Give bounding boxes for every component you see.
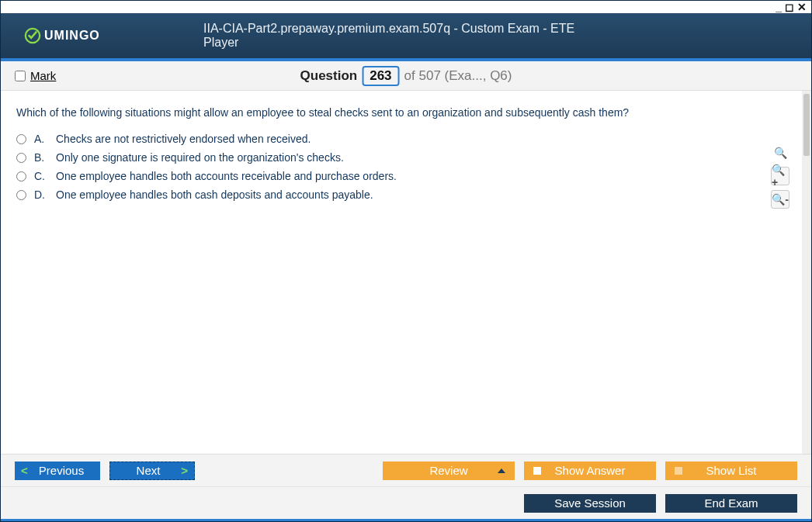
footer-divider [1,519,811,521]
choice-list: A. Checks are not restrictively endorsed… [16,133,796,201]
question-text: Which of the following situations might … [16,106,796,119]
choice-radio[interactable] [16,153,26,163]
mark-checkbox-wrap[interactable]: Mark [15,69,56,82]
review-label: Review [429,464,467,477]
question-label: Question [300,68,358,84]
end-exam-label: End Exam [704,496,758,510]
choice-b[interactable]: B. Only one signature is required on the… [16,151,796,164]
choice-letter: A. [34,133,48,145]
header-bar: UMINGO IIA-CIA-Part2.prepaway.premium.ex… [1,13,811,58]
choice-a[interactable]: A. Checks are not restrictively endorsed… [16,133,796,145]
nav-footer: < Previous Next > Review Show Answer Sho… [1,454,811,486]
mark-label[interactable]: Mark [30,69,56,82]
show-list-button[interactable]: Show List [665,462,797,480]
choice-text: Checks are not restrictively endorsed wh… [56,133,311,145]
choice-radio[interactable] [16,134,26,144]
show-list-label: Show List [706,464,756,477]
close-icon[interactable]: ✕ [797,1,807,13]
show-answer-label: Show Answer [555,464,626,477]
review-button[interactable]: Review [383,462,515,480]
previous-label: Previous [39,464,84,477]
brand-text: UMINGO [44,29,100,43]
end-exam-button[interactable]: End Exam [665,494,797,513]
next-label: Next [137,464,161,477]
scrollbar-thumb[interactable] [803,94,810,156]
square-icon [675,467,682,475]
choice-radio[interactable] [16,190,26,200]
mark-checkbox[interactable] [15,71,26,81]
next-button[interactable]: Next > [109,462,195,480]
choice-letter: C. [34,170,48,182]
chevron-right-icon: > [181,464,188,477]
show-answer-button[interactable]: Show Answer [524,462,656,480]
triangle-up-icon [498,468,505,473]
check-circle-icon [24,27,41,44]
minimize-icon[interactable]: _ [776,1,782,13]
app-window: _ ◻ ✕ UMINGO IIA-CIA-Part2.prepaway.prem… [0,0,812,522]
choice-text: Only one signature is required on the or… [56,151,344,164]
question-total: of 507 (Exa..., Q6) [404,68,512,84]
previous-button[interactable]: < Previous [15,462,100,480]
zoom-reset-icon[interactable]: 🔍 [771,143,789,162]
square-icon [533,467,541,475]
chevron-left-icon: < [21,464,28,477]
save-session-label: Save Session [554,496,626,510]
question-number[interactable]: 263 [362,66,399,86]
zoom-in-button[interactable]: 🔍+ [771,167,789,185]
save-session-button[interactable]: Save Session [524,494,656,513]
question-indicator: Question 263 of 507 (Exa..., Q6) [300,66,512,86]
session-footer: Save Session End Exam [1,486,811,519]
zoom-tools: 🔍 🔍+ 🔍- [771,143,789,209]
maximize-icon[interactable]: ◻ [785,1,794,13]
brand-logo: UMINGO [24,27,100,44]
content-scrollbar[interactable] [802,91,811,454]
choice-d[interactable]: D. One employee handles both cash deposi… [16,188,796,201]
window-controls: _ ◻ ✕ [1,1,811,13]
question-content: Which of the following situations might … [1,91,811,216]
content-area: Which of the following situations might … [1,91,811,454]
zoom-out-button[interactable]: 🔍- [771,190,789,209]
choice-letter: D. [34,188,48,201]
choice-text: One employee handles both accounts recei… [56,170,397,182]
choice-text: One employee handles both cash deposits … [56,188,373,201]
window-title: IIA-CIA-Part2.prepaway.premium.exam.507q… [203,22,609,50]
choice-radio[interactable] [16,171,26,181]
question-bar: Mark Question 263 of 507 (Exa..., Q6) [1,61,811,91]
choice-letter: B. [34,151,48,164]
choice-c[interactable]: C. One employee handles both accounts re… [16,170,796,182]
